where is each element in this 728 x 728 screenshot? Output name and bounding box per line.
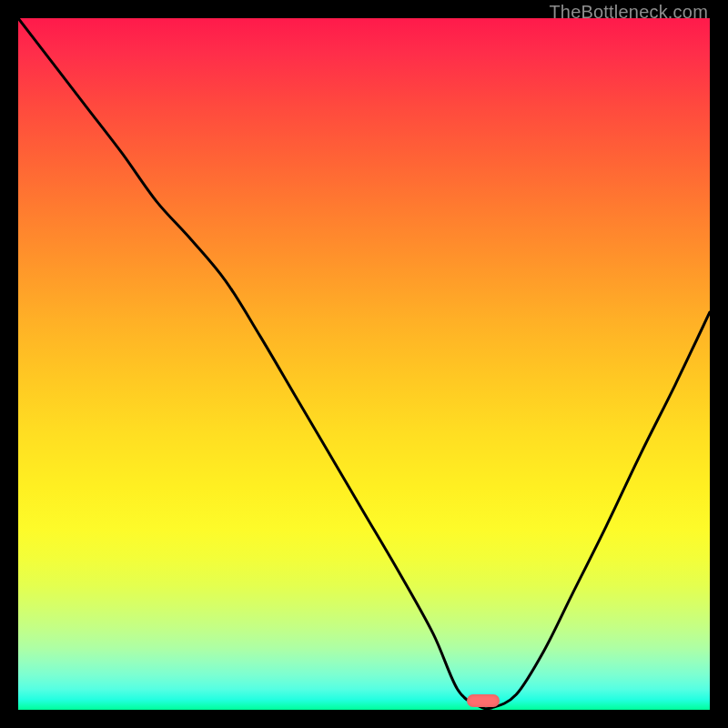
bottleneck-curve bbox=[18, 18, 710, 710]
chart-stage: TheBottleneck.com bbox=[0, 0, 728, 728]
plot-area bbox=[18, 18, 710, 710]
watermark-text: TheBottleneck.com bbox=[549, 2, 708, 23]
bottleneck-marker bbox=[467, 694, 500, 707]
